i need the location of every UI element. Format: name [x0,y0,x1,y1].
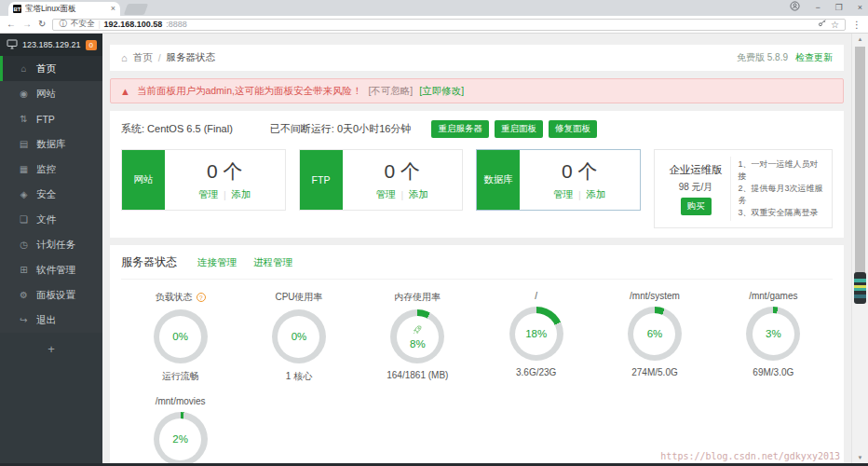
buy-button[interactable]: 购买 [681,198,712,215]
add-link[interactable]: 添加 [587,188,606,201]
stat-cards-row: 网站0 个管理|添加FTP0 个管理|添加数据库0 个管理|添加 企业运维版 9… [121,149,833,228]
gauge-cpu: CPU使用率0%1 核心 [239,291,358,383]
sidebar-item-ftp[interactable]: ⇅FTP [0,106,102,131]
stat-card-label: 数据库 [477,150,520,210]
gauge-percent: 0% [172,331,188,342]
breadcrumb: ⌂ 首页 / 服务器状态 免费版 5.8.9 检查更新 [110,45,844,71]
address-bar[interactable]: ⓘ 不安全 | 192.168.100.58 :8888 ☆ [52,19,846,31]
gauge-percent: 0% [292,331,307,342]
sidebar-item-label: 文件 [36,213,56,226]
url-host: 192.168.100.58 [104,20,163,29]
stat-card-网站: 网站0 个管理|添加 [121,149,286,211]
info-icon[interactable]: ⓘ [59,19,67,30]
gauge-ring: 6% [628,307,682,361]
links-divider: | [400,189,403,200]
sidebar-item-logout[interactable]: ↪退出 [0,308,102,333]
help-icon[interactable]: ? [197,293,206,302]
stat-card-FTP: FTP0 个管理|添加 [299,149,464,211]
gauge-percent: 8% [410,338,426,350]
bookmark-star-icon[interactable]: ☆ [831,20,839,30]
home-icon: ⌂ [121,52,128,63]
url-separator: | [98,20,100,29]
database-icon: ▤ [19,139,29,149]
status-links: 连接管理进程管理 [197,256,292,269]
gauge-title: 内存使用率 [394,291,441,304]
stat-count: 0 个 [562,158,598,185]
scrollbar-thumb[interactable] [855,47,865,274]
status-manage-link[interactable]: 连接管理 [197,256,237,269]
back-icon[interactable]: ← [7,20,16,29]
sidebar-item-home[interactable]: ⌂首页 [0,56,102,81]
warning-cannot-ignore-tag: [不可忽略] [368,85,413,98]
sidebar-item-label: 面板设置 [36,289,75,302]
monitor-icon: ▦ [19,164,29,174]
system-action-button[interactable]: 修复面板 [549,120,597,138]
promo-features: 1、一对一运维人员对接2、提供每月3次运维服务3、双重安全隔离登录 [739,157,825,221]
minimize-button[interactable]: − [815,3,820,12]
server-selector[interactable]: 123.185.129.21 0 [0,34,102,56]
add-server-button[interactable]: + [47,342,55,356]
stat-card-label: 网站 [122,150,165,210]
gauge-disk-root: /18%3.6G/23G [477,291,595,383]
breadcrumb-current: 服务器状态 [167,51,216,64]
system-action-button[interactable]: 重启面板 [495,120,543,138]
stat-card-label: FTP [300,150,343,210]
system-action-button[interactable]: 重启服务器 [431,120,489,138]
breadcrumb-home[interactable]: 首页 [133,51,153,64]
gauge-ring-inner: 2% [159,418,201,460]
stat-card-body: 0 个管理|添加 [343,150,463,210]
message-badge[interactable]: 0 [86,40,97,50]
profile-icon[interactable] [790,1,800,13]
sidebar-item-label: 首页 [36,62,56,75]
add-link[interactable]: 添加 [232,188,251,201]
page-scrollbar[interactable]: ▲ ▼ [851,34,868,463]
stat-count: 0 个 [207,158,243,185]
gauge-ring-inner: 0% [159,316,201,358]
stat-count: 0 个 [384,158,420,185]
gauge-ring: 0% [154,309,208,363]
key-icon[interactable] [818,19,827,30]
scroll-up-icon[interactable]: ▲ [852,36,868,42]
gauge-ring: 3% [746,307,800,361]
manage-link[interactable]: 管理 [198,188,218,201]
close-button[interactable]: × [858,3,862,12]
sidebar-item-software[interactable]: ⊞软件管理 [0,257,102,282]
sidebar-item-monitor[interactable]: ▦监控 [0,157,102,182]
sidebar-item-cron[interactable]: ◷计划任务 [0,232,102,257]
status-manage-link[interactable]: 进程管理 [253,256,292,269]
manage-link[interactable]: 管理 [553,188,573,201]
promo-left: 企业运维版 98 元/月 购买 [662,157,731,221]
forward-icon[interactable]: → [22,20,32,29]
uptime-label: 已不间断运行: 0天0小时16分钟 [270,122,412,136]
browser-menu-icon[interactable]: ⋮ [852,20,861,30]
sidebar-item-settings[interactable]: ⚙面板设置 [0,282,102,308]
tab-close-icon[interactable]: × [111,5,115,13]
gauge-title-text: / [535,291,537,301]
browser-toolbar: ← → ↻ ⓘ 不安全 | 192.168.100.58 :8888 ☆ ⋮ [0,16,868,34]
overview-panel: 系统: CentOS 6.5 (Final) 已不间断运行: 0天0小时16分钟… [110,111,844,238]
scroll-down-icon[interactable]: ▼ [852,455,868,460]
browser-tab[interactable]: BT 宝塔Linux面板 × [8,2,120,16]
sidebar: 123.185.129.21 0 ⌂首页◉网站⇅FTP▤数据库▦监控◈安全❏文件… [0,34,102,463]
maximize-button[interactable]: ❐ [835,3,843,12]
new-tab-button[interactable] [124,4,148,15]
gauge-bottom-label: 3.6G/23G [516,367,556,377]
add-link[interactable]: 添加 [409,188,428,201]
gauge-ring-inner: 6% [633,313,675,355]
sidebar-item-label: 网站 [36,88,56,101]
warning-fix-link[interactable]: [立即修改] [419,85,464,98]
refresh-icon[interactable]: ↻ [38,20,46,29]
check-update-link[interactable]: 检查更新 [795,51,833,64]
gauge-title: / [535,291,537,301]
gauge-disk-mnt-system: /mnt/system6%274M/5.0G [595,291,713,383]
ftp-icon: ⇅ [19,114,29,124]
sidebar-item-database[interactable]: ▤数据库 [0,131,102,157]
sidebar-item-files[interactable]: ❏文件 [0,207,102,232]
sidebar-item-security[interactable]: ◈安全 [0,182,102,207]
manage-link[interactable]: 管理 [375,188,395,201]
sidebar-item-website[interactable]: ◉网站 [0,81,102,106]
gauge-bottom-label: 运行流畅 [162,370,199,383]
stat-card-body: 0 个管理|添加 [520,150,640,210]
version-area: 免费版 5.8.9 检查更新 [737,51,833,64]
gauge-bottom-label: 164/1861 (MB) [387,370,448,380]
